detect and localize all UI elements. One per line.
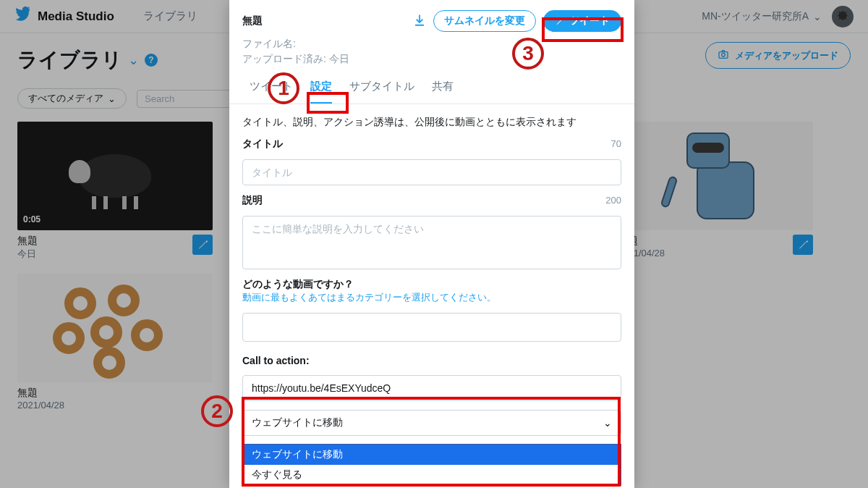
modal-tabs: ツイート 設定 サブタイトル 共有 <box>229 67 634 104</box>
cta-action-select[interactable]: ウェブサイトに移動 ⌄ <box>242 410 621 436</box>
tab-share[interactable]: 共有 <box>432 80 454 104</box>
tab-settings[interactable]: 設定 <box>310 80 332 104</box>
description-input[interactable] <box>242 216 621 269</box>
cta-label: Call to action: <box>242 355 310 366</box>
cta-option-watch-now[interactable]: 今すぐ見る <box>243 465 621 485</box>
uploaded-label: アップロード済み: 今日 <box>229 51 634 67</box>
cta-url-input[interactable] <box>242 375 621 401</box>
cta-action-dropdown: ウェブサイトに移動 今すぐ見る <box>242 444 621 486</box>
tab-tweet[interactable]: ツイート <box>250 80 293 104</box>
title-char-count: 70 <box>611 138 621 149</box>
change-thumbnail-button[interactable]: サムネイルを変更 <box>433 10 536 32</box>
file-name-label: ファイル名: <box>229 36 634 51</box>
download-icon[interactable] <box>413 14 426 29</box>
settings-helper-text: タイトル、説明、アクション誘導は、公開後に動画とともに表示されます <box>242 116 621 129</box>
description-label: 説明 <box>242 194 263 207</box>
modal-title: 無題 <box>242 14 406 28</box>
compose-icon <box>555 16 565 26</box>
tab-subtitle[interactable]: サブタイトル <box>349 80 414 104</box>
tweet-button-label: ツイート <box>569 14 610 28</box>
cta-option-website[interactable]: ウェブサイトに移動 <box>243 445 621 465</box>
title-input[interactable] <box>242 159 621 185</box>
category-select[interactable] <box>242 313 621 342</box>
cta-action-selected: ウェブサイトに移動 <box>252 416 343 429</box>
category-label: どのような動画ですか？ <box>242 278 354 291</box>
title-label: タイトル <box>242 138 283 151</box>
chevron-down-icon: ⌄ <box>603 417 612 429</box>
media-detail-modal: 無題 サムネイルを変更 ツイート ファイル名: アップロード済み: 今日 ツイー… <box>229 0 634 488</box>
category-help: 動画に最もよくあてはまるカテゴリーを選択してください。 <box>242 291 621 304</box>
tweet-button[interactable]: ツイート <box>543 10 621 32</box>
description-char-count: 200 <box>605 195 621 206</box>
